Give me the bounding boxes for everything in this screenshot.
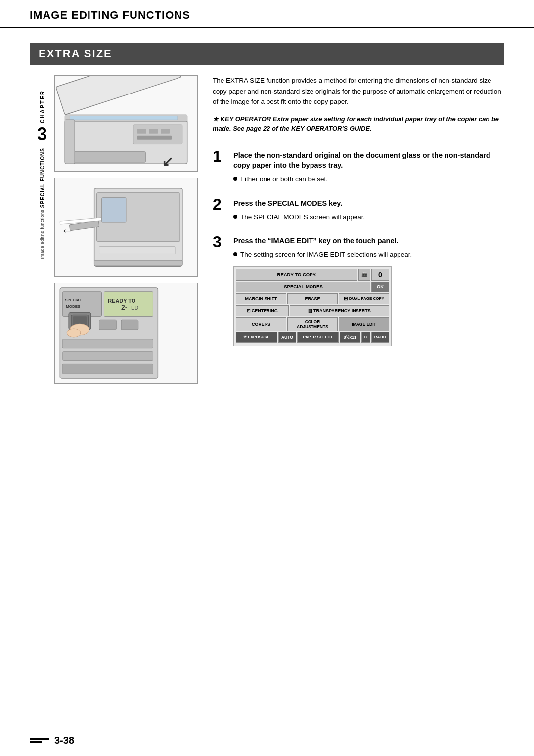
tp-centering[interactable]: ⊡ CENTERING	[236, 305, 289, 316]
exposure-icon: ☀	[243, 335, 247, 339]
section-title-bar: EXTRA SIZE	[30, 43, 504, 65]
step-2-title: Press the SPECIAL MODES key.	[233, 198, 504, 208]
bypass-tray-svg: ←	[55, 178, 197, 276]
step-3-bullet: The setting screen for IMAGE EDIT select…	[233, 250, 504, 260]
step-1-bullet-text: Either one or both can be set.	[240, 174, 328, 184]
special-functions-label: SPECIAL FUNCTIONS	[40, 148, 45, 208]
step-2-bullet: The SPECIAL MODES screen will appear.	[233, 212, 504, 222]
tp-image-edit[interactable]: IMAGE EDIT	[339, 317, 389, 331]
step-1-title: Place the non-standard original on the d…	[233, 150, 504, 171]
bullet-icon	[233, 177, 237, 181]
bottom-bar: 3-38	[0, 735, 534, 746]
svg-rect-19	[94, 260, 182, 265]
svg-text:←: ←	[61, 223, 74, 237]
centering-icon: ⊡	[247, 308, 251, 313]
tp-margin-shift[interactable]: MARGIN SHIFT	[236, 293, 286, 304]
svg-rect-5	[137, 129, 146, 134]
tp-row-centering: ⊡ CENTERING ▤ TRANSPARENCY INSERTS	[236, 305, 389, 316]
step-3: 3 Press the “IMAGE EDIT” key on the touc…	[213, 234, 504, 346]
svg-point-30	[67, 329, 81, 337]
bullet-icon-2	[233, 215, 237, 219]
svg-text:MODES: MODES	[66, 304, 80, 309]
step-2-bullet-text: The SPECIAL MODES screen will appear.	[240, 212, 365, 222]
special-modes-svg: READY TO SPECIAL MODES 2- ED	[55, 283, 197, 383]
tp-copy-label: C	[361, 332, 370, 343]
tp-erase[interactable]: ERASE	[287, 293, 338, 304]
svg-rect-31	[99, 320, 117, 330]
page-line-2	[30, 741, 42, 743]
page-header: IMAGE EDITING FUNCTIONS	[0, 0, 534, 28]
svg-rect-36	[62, 352, 153, 361]
chapter-sidebar: CHAPTER 3 SPECIAL FUNCTIONS Image editin…	[30, 75, 54, 384]
copier-open-svg: ↙	[55, 76, 197, 171]
svg-rect-7	[161, 129, 170, 134]
right-content: The EXTRA SIZE function provides a metho…	[198, 75, 504, 384]
touch-panel-mockup: READY TO COPY. 📠 0 SPECIAL MODES OK MARG…	[233, 266, 392, 346]
step-1-bullet: Either one or both can be set.	[233, 174, 504, 184]
svg-rect-4	[134, 125, 182, 144]
tp-covers[interactable]: COVERS	[236, 317, 286, 331]
svg-rect-32	[121, 320, 138, 330]
step-2: 2 Press the SPECIAL MODES key. The SPECI…	[213, 196, 504, 223]
page-number: 3-38	[54, 735, 74, 746]
page-title: IMAGE EDITING FUNCTIONS	[30, 9, 504, 22]
tp-dual-page-copy[interactable]: ⊞ DUAL PAGE COPY	[339, 293, 389, 304]
step-2-number: 2	[213, 196, 226, 212]
chapter-word: CHAPTER	[39, 90, 45, 123]
svg-text:↙: ↙	[162, 154, 173, 169]
tp-special-modes: SPECIAL MODES	[236, 282, 370, 292]
svg-rect-2	[56, 76, 181, 115]
section-title: EXTRA SIZE	[39, 47, 495, 60]
tp-row-ready: READY TO COPY. 📠 0	[236, 269, 389, 281]
page-num-lines	[30, 738, 49, 743]
step-3-number: 3	[213, 234, 226, 250]
step-3-bullet-text: The setting screen for IMAGE EDIT select…	[240, 250, 412, 260]
svg-rect-11	[65, 120, 75, 164]
svg-rect-18	[99, 247, 175, 254]
tp-ready-copy: READY TO COPY.	[236, 269, 357, 281]
images-column: ↙ ←	[54, 75, 198, 384]
tp-paper-select[interactable]: PAPER SELECT	[297, 332, 339, 343]
svg-rect-9	[67, 151, 145, 162]
tp-row-margin: MARGIN SHIFT ERASE ⊞ DUAL PAGE COPY	[236, 293, 389, 304]
page-line-1	[30, 738, 49, 740]
tp-color-adjustments[interactable]: COLOR ADJUSTMENTS	[287, 317, 338, 331]
tp-counter: 0	[371, 269, 389, 281]
tp-ratio-label: RATIO	[371, 332, 389, 343]
copier-open-illustration: ↙	[54, 75, 198, 172]
tp-exposure[interactable]: ☀ EXPOSURE	[236, 332, 277, 343]
step-3-content: Press the “IMAGE EDIT” key on the touch …	[233, 234, 504, 346]
dual-page-icon: ⊞	[344, 296, 348, 301]
key-operator-note: ★ KEY OPERATOR Extra paper size setting …	[213, 114, 504, 134]
step-1: 1 Place the non-standard original on the…	[213, 148, 504, 185]
svg-text:SPECIAL: SPECIAL	[65, 298, 82, 302]
tp-paper-size: 8½x11	[340, 332, 360, 343]
page-number-bar: 3-38	[30, 735, 74, 746]
image-editing-label: Image editing functions	[40, 210, 44, 259]
tp-ok-button[interactable]: OK	[371, 282, 389, 292]
chapter-number: 3	[37, 125, 47, 143]
tp-auto-label: AUTO	[278, 332, 296, 343]
step-1-content: Place the non-standard original on the d…	[233, 148, 504, 185]
svg-text:READY TO: READY TO	[108, 298, 135, 304]
intro-paragraph: The EXTRA SIZE function provides a metho…	[213, 75, 504, 107]
svg-rect-35	[62, 339, 153, 348]
tp-row-special: SPECIAL MODES OK	[236, 282, 389, 292]
step-3-title: Press the “IMAGE EDIT” key on the touch …	[233, 236, 504, 246]
transparency-icon: ▤	[308, 308, 312, 313]
svg-text:2-: 2-	[121, 303, 128, 311]
step-2-content: Press the SPECIAL MODES key. The SPECIAL…	[233, 196, 504, 223]
bypass-tray-illustration: ←	[54, 178, 198, 277]
main-content: CHAPTER 3 SPECIAL FUNCTIONS Image editin…	[0, 75, 534, 384]
step-1-number: 1	[213, 148, 226, 164]
svg-rect-6	[149, 129, 158, 134]
svg-rect-3	[70, 116, 178, 120]
svg-rect-21	[104, 292, 153, 317]
special-modes-panel-illustration: READY TO SPECIAL MODES 2- ED	[54, 283, 198, 384]
tp-transparency-inserts[interactable]: ▤ TRANSPARENCY INSERTS	[290, 305, 389, 316]
bullet-icon-3	[233, 252, 237, 256]
svg-rect-8	[137, 136, 172, 140]
svg-rect-37	[62, 364, 153, 374]
svg-rect-17	[102, 198, 127, 223]
svg-text:ED: ED	[131, 305, 138, 311]
